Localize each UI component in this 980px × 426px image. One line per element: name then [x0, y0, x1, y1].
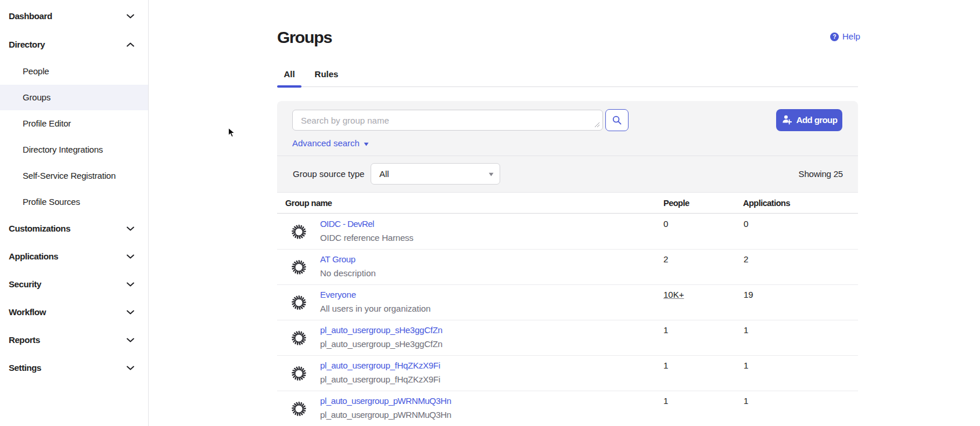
svg-text:?: ?: [832, 34, 836, 40]
